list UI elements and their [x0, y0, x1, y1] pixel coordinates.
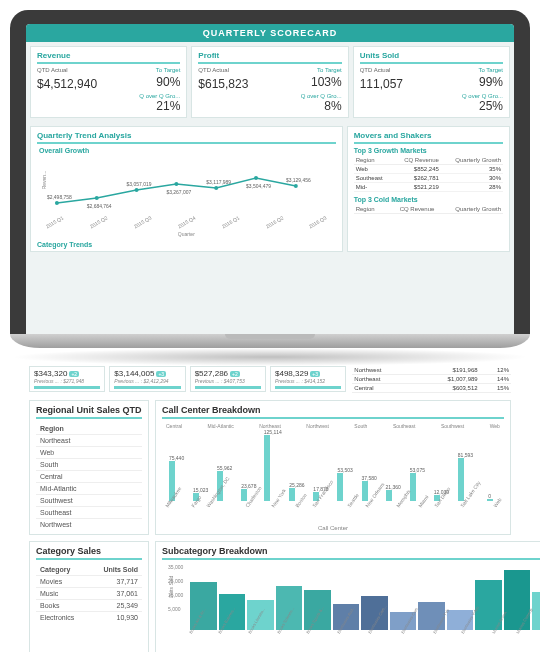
callcenter-panel: Call Center Breakdown CentralMid-Atlanti… [155, 400, 511, 535]
table-row: Web$852,24535% [354, 165, 503, 174]
subcategory-title: Subcategory Breakdown [162, 546, 540, 560]
svg-point-3 [174, 182, 178, 186]
kpi-actual-value: $615,823 [198, 77, 248, 91]
trend-xlabels: 2015 Q12015 Q22015 Q32015 Q42016 Q12016 … [37, 219, 336, 225]
cold-markets-table-head: RegionCQ RevenueQuarterly Growth [354, 205, 503, 214]
top-growth-title: Top 3 Growth Markets [354, 147, 503, 154]
mini-card: $498,329+3Previous ... : $414,152 [270, 366, 346, 392]
laptop-shadow [10, 348, 530, 366]
svg-point-4 [214, 186, 218, 190]
svg-text:$2,684,764: $2,684,764 [87, 204, 112, 209]
table-row: Movies37,717 [36, 576, 142, 588]
kpi-title: Units Sold [360, 51, 503, 64]
regional-sales-table: RegionNortheastWebSouthCentralMid-Atlant… [36, 423, 142, 530]
callcenter-xlabel: Call Center [162, 525, 504, 531]
svg-point-2 [135, 188, 139, 192]
category-mini-cards: $343,320+2Previous ... : $271,948$3,144,… [29, 366, 346, 392]
movers-title: Movers and Shakers [354, 131, 503, 144]
legend-item: Mid-Atlantic [208, 423, 234, 429]
svg-text:$2,498,758: $2,498,758 [47, 195, 72, 200]
ytick: 25,000 [168, 578, 183, 584]
trend-ylabel: Reven... [41, 171, 47, 190]
subcategory-panel: Subcategory Breakdown Units Sold 35,0002… [155, 541, 540, 652]
table-row: Southeast [36, 507, 142, 519]
kpi-qoq-value: 21% [139, 99, 180, 113]
kpi-title: Revenue [37, 51, 180, 64]
table-row: Southeast$262,78130% [354, 174, 503, 183]
table-row: Northeast$1,007,98914% [352, 375, 511, 384]
kpi-target-value: 90% [139, 75, 180, 89]
kpi-target-label: To Target [139, 67, 180, 73]
ytick: 35,000 [168, 564, 183, 570]
kpi-actual-value: 111,057 [360, 77, 403, 91]
laptop-mockup: QUARTERLY SCORECARD Revenue QTD Actual$4… [10, 10, 530, 348]
category-sales-panel: Category Sales CategoryUnits SoldMovies3… [29, 541, 149, 652]
cold-markets-table: Northwest$191,96812%Northeast$1,007,9891… [352, 366, 511, 396]
mid-row: Quarterly Trend Analysis Overall Growth … [26, 122, 514, 256]
dashboard-screen: QUARTERLY SCORECARD Revenue QTD Actual$4… [26, 24, 514, 334]
kpi-actual-label: QTD Actual [37, 67, 97, 73]
legend-item: Central [166, 423, 182, 429]
table-row: South [36, 459, 142, 471]
legend-item: Web [490, 423, 500, 429]
top-growth-table: RegionCQ RevenueQuarterly GrowthWeb$852,… [354, 156, 503, 192]
kpi-target-value: 103% [301, 75, 342, 89]
legend-item: Southeast [393, 423, 416, 429]
category-trends-title: Category Trends [37, 241, 336, 248]
svg-point-0 [55, 201, 59, 205]
trend-title: Quarterly Trend Analysis [37, 131, 336, 144]
legend-item: Southwest [441, 423, 464, 429]
line-chart-svg: $2,498,758$2,684,764$3,057,019$3,267,007… [37, 158, 336, 218]
kpi-card: Revenue QTD Actual$4,512,940 To Target 9… [30, 46, 187, 118]
table-row: Mid-$521,21928% [354, 183, 503, 192]
kpi-title: Profit [198, 51, 341, 64]
svg-text:$3,504,479: $3,504,479 [246, 184, 271, 189]
table-row: Mid-Atlantic [36, 483, 142, 495]
cold-markets-title: Top 3 Cold Markets [354, 196, 503, 203]
kpi-qoq-value: 25% [462, 99, 503, 113]
table-row: Music37,061 [36, 588, 142, 600]
svg-text:$3,129,456: $3,129,456 [286, 178, 311, 183]
table-row: Northwest [36, 519, 142, 531]
table-row: Electronics10,930 [36, 612, 142, 624]
kpi-actual-label: QTD Actual [360, 67, 403, 73]
kpi-target-label: To Target [301, 67, 342, 73]
laptop-bezel: QUARTERLY SCORECARD Revenue QTD Actual$4… [10, 10, 530, 334]
kpi-row: Revenue QTD Actual$4,512,940 To Target 9… [26, 42, 514, 122]
svg-text:$3,057,019: $3,057,019 [127, 182, 152, 187]
subcategory-bar [532, 592, 540, 630]
movers-card: Movers and Shakers Top 3 Growth Markets … [347, 126, 510, 252]
dashboard-continuation: $343,320+2Previous ... : $271,948$3,144,… [25, 366, 515, 652]
kpi-target-label: To Target [462, 67, 503, 73]
ytick: 15,000 [168, 592, 183, 598]
laptop-base [10, 334, 530, 348]
trend-card: Quarterly Trend Analysis Overall Growth … [30, 126, 343, 252]
legend-item: Northwest [306, 423, 329, 429]
callcenter-legend: CentralMid-AtlanticNortheastNorthwestSou… [162, 423, 504, 431]
regional-sales-panel: Regional Unit Sales QTD RegionNortheastW… [29, 400, 149, 535]
mini-card: $343,320+2Previous ... : $271,948 [29, 366, 105, 392]
svg-text:$3,117,989: $3,117,989 [206, 180, 231, 185]
table-row: Southwest [36, 495, 142, 507]
table-row: Northwest$191,96812% [352, 366, 511, 375]
svg-point-1 [95, 196, 99, 200]
trend-chart[interactable]: Overall Growth Reven... $2,498,758$2,684… [37, 147, 336, 247]
trend-subtitle: Overall Growth [39, 147, 336, 154]
subcategory-chart[interactable]: Units Sold 35,00025,00015,0005,000 Books… [162, 564, 540, 652]
trend-xlabel: Quarter [37, 231, 336, 237]
svg-point-6 [294, 184, 298, 188]
kpi-actual-label: QTD Actual [198, 67, 248, 73]
kpi-actual-value: $4,512,940 [37, 77, 97, 91]
page-title: QUARTERLY SCORECARD [26, 24, 514, 42]
kpi-qoq-value: 8% [301, 99, 342, 113]
callcenter-chart[interactable]: CentralMid-AtlanticNortheastNorthwestSou… [162, 423, 504, 528]
regional-sales-title: Regional Unit Sales QTD [36, 405, 142, 419]
table-row: Northeast [36, 435, 142, 447]
ytick: 5,000 [168, 606, 183, 612]
kpi-card: Profit QTD Actual$615,823 To Target 103%… [191, 46, 348, 118]
category-sales-title: Category Sales [36, 546, 142, 560]
legend-item: South [354, 423, 367, 429]
kpi-target-value: 99% [462, 75, 503, 89]
svg-text:$3,267,007: $3,267,007 [166, 190, 191, 195]
mini-card: $527,286+2Previous ... : $407,753 [190, 366, 266, 392]
